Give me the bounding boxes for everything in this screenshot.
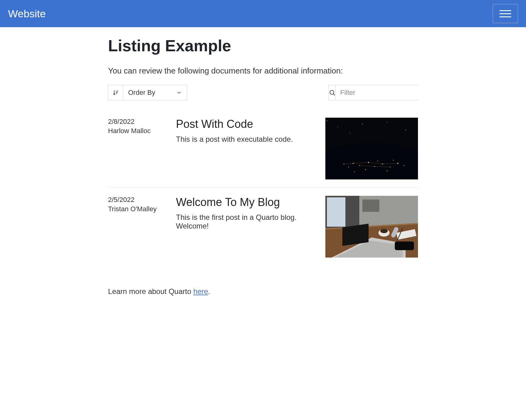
post-thumbnail[interactable] [325,118,418,179]
svg-point-42 [380,229,388,233]
svg-point-5 [362,124,363,124]
post-item[interactable]: 2/8/2022 Harlow Malloc Post With Code Th… [108,110,418,187]
svg-rect-33 [327,197,345,227]
svg-point-4 [337,127,338,127]
post-meta: 2/5/2022 Tristan O'Malley [108,196,167,258]
page-title: Listing Example [108,36,418,55]
svg-point-8 [350,133,350,133]
footer-prefix: Learn more about Quarto [108,287,193,296]
svg-point-21 [387,170,388,171]
svg-rect-35 [362,200,379,212]
svg-point-11 [348,167,349,167]
svg-point-20 [365,169,366,170]
filter-group [328,85,418,100]
chevron-down-icon [176,90,182,95]
svg-point-19 [404,165,405,166]
search-icon [329,89,336,96]
order-by-group: Order By [108,85,187,100]
sort-direction-button[interactable] [108,85,123,100]
svg-point-7 [405,130,406,130]
main-content: Listing Example You can review the follo… [108,36,418,308]
post-date: 2/5/2022 [108,196,167,204]
post-author: Harlow Malloc [108,127,167,135]
menu-toggle-button[interactable] [493,4,518,23]
earth-space-icon [325,118,418,179]
sort-icon [113,90,119,96]
svg-point-23 [378,161,378,161]
navbar: Website [0,0,526,27]
svg-point-3 [327,120,327,121]
svg-point-9 [325,142,418,179]
post-title[interactable]: Post With Code [176,118,316,131]
search-icon-box [329,85,336,100]
order-by-select[interactable]: Order By [123,85,187,100]
post-meta: 2/8/2022 Harlow Malloc [108,118,167,179]
quarto-link[interactable]: here [193,287,208,296]
footer-note: Learn more about Quarto here. [108,287,418,296]
post-body: Welcome To My Blog This is the first pos… [176,196,316,258]
page-subtitle: You can review the following documents f… [108,66,418,76]
post-date: 2/8/2022 [108,118,167,126]
svg-point-24 [393,160,394,161]
svg-point-6 [387,122,387,123]
desk-laptop-icon [325,196,418,258]
order-by-label: Order By [128,89,155,97]
footer-suffix: . [208,287,210,296]
post-item[interactable]: 2/5/2022 Tristan O'Malley Welcome To My … [108,187,418,266]
listing-controls: Order By [108,85,418,100]
svg-point-22 [354,171,355,172]
post-title[interactable]: Welcome To My Blog [176,196,316,209]
site-brand[interactable]: Website [8,8,46,20]
post-excerpt: This is the first post in a Quarto blog.… [176,213,316,230]
svg-line-1 [333,94,335,95]
filter-input[interactable] [336,85,429,100]
post-body: Post With Code This is a post with execu… [176,118,316,179]
post-excerpt: This is a post with executable code. [176,135,316,144]
post-thumbnail[interactable] [325,196,418,258]
hamburger-icon [499,10,511,11]
svg-rect-40 [342,224,369,246]
post-author: Tristan O'Malley [108,205,167,213]
svg-rect-46 [395,242,414,250]
